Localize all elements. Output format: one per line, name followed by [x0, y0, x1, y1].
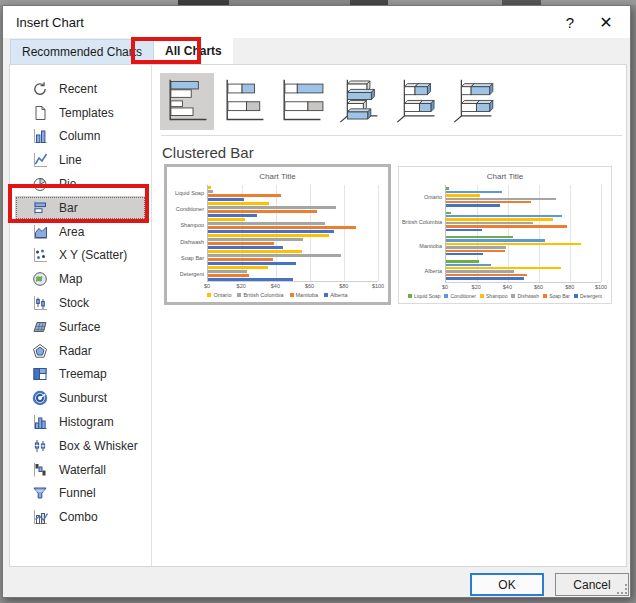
chart-type-sidebar: RecentTemplatesColumnLinePieBarAreaX Y (… [10, 65, 152, 566]
sidebar-item-waterfall[interactable]: Waterfall [10, 458, 151, 482]
bar-cluster [208, 233, 378, 249]
sidebar-item-stock[interactable]: Stock [10, 291, 151, 315]
subtype-thumbnail-clustered-bar-3d[interactable] [331, 73, 385, 130]
gridline [601, 185, 602, 282]
legend-label: Soap Bar [549, 293, 570, 299]
resize-grip[interactable] [617, 584, 628, 595]
sidebar-item-area[interactable]: Area [10, 220, 151, 244]
subtype-thumbnail-stacked-bar-3d[interactable] [388, 73, 442, 130]
chart-bar [208, 202, 269, 205]
sidebar-item-treemap[interactable]: Treemap [10, 363, 151, 387]
preview-chart-primary[interactable]: Chart TitleLiquid SoapConditionerShampoo… [164, 164, 391, 305]
legend-item: British Columbia [237, 292, 283, 298]
chart-bar [446, 277, 524, 279]
sidebar-item-label: Line [59, 153, 82, 167]
sidebar-item-column[interactable]: Column [10, 125, 151, 149]
sidebar-item-combo[interactable]: Combo [10, 505, 151, 529]
line-icon [31, 152, 48, 169]
legend-label: Liquid Soap [414, 293, 440, 299]
clustered-bar-icon [164, 77, 210, 127]
subtype-heading: Clustered Bar [162, 144, 254, 161]
chart-bar [446, 191, 502, 193]
chart-bar [208, 234, 329, 237]
value-axis: $0$20$40$60$80$100 [445, 283, 601, 292]
legend-swatch [290, 293, 294, 297]
category-label: Ontario [399, 185, 445, 210]
subtype-thumbnail-clustered-bar[interactable] [160, 73, 214, 130]
sidebar-item-surface[interactable]: Surface [10, 315, 151, 339]
subtype-thumbnail-stacked-bar-100[interactable] [274, 73, 328, 130]
tab-all-charts[interactable]: All Charts [154, 38, 233, 64]
tab-recommended-charts[interactable]: Recommended Charts [10, 39, 154, 64]
axis-tick-label: $60 [305, 283, 314, 289]
sidebar-item-histogram[interactable]: Histogram [10, 410, 151, 434]
sidebar-item-line[interactable]: Line [10, 148, 151, 172]
category-label: Dishwash [167, 234, 207, 250]
chart-bar [446, 270, 514, 272]
chart-bar [208, 250, 302, 253]
legend-swatch [543, 294, 547, 298]
legend-swatch [574, 294, 578, 298]
chart-bar [446, 187, 449, 189]
plot-grid [445, 185, 601, 283]
sidebar-item-label: Area [59, 225, 84, 239]
stacked-bar-100-3d-icon [449, 77, 495, 127]
plot-grid [207, 185, 378, 282]
close-icon[interactable]: ✕ [588, 6, 624, 38]
chart-bar [446, 243, 581, 245]
combo-icon [31, 509, 48, 526]
sidebar-item-pie[interactable]: Pie [10, 172, 151, 196]
legend-label: Shampoo [486, 293, 507, 299]
sidebar-item-box-whisker[interactable]: Box & Whisker [10, 434, 151, 458]
sidebar-item-templates[interactable]: Templates [10, 101, 151, 125]
sidebar-item-label: Templates [59, 106, 114, 120]
value-axis: $0$20$40$60$80$100 [207, 282, 378, 291]
legend-item: Dishwash [511, 293, 539, 299]
histogram-icon [31, 414, 48, 431]
chart-title: Chart Title [167, 167, 388, 185]
subtype-thumbnail-stacked-bar[interactable] [217, 73, 271, 130]
chart-title: Chart Title [399, 167, 611, 185]
tab-label: All Charts [165, 44, 222, 58]
ok-button[interactable]: OK [470, 573, 544, 596]
chart-bar [208, 210, 317, 213]
axis-tick-label: $40 [271, 283, 280, 289]
sidebar-item-label: Pie [59, 177, 76, 191]
chart-bar [446, 201, 531, 203]
sidebar-item-radar[interactable]: Radar [10, 339, 151, 363]
legend-item: Alberta [324, 292, 347, 298]
sidebar-item-x-y-scatter[interactable]: X Y (Scatter) [10, 244, 151, 268]
chart-legend: Liquid SoapConditionerShampooDishwashSoa… [399, 292, 611, 303]
chart-bar [446, 253, 483, 255]
chart-bar [208, 226, 356, 229]
chart-bar [208, 274, 249, 277]
recent-icon [31, 80, 48, 97]
preview-chart-secondary[interactable]: Chart TitleOntarioBritish ColumbiaManito… [398, 166, 612, 304]
chart-bar [446, 246, 506, 248]
subtype-thumbnail-stacked-bar-100-3d[interactable] [445, 73, 499, 130]
sidebar-item-sunburst[interactable]: Sunburst [10, 386, 151, 410]
sidebar-item-label: Stock [59, 296, 89, 310]
legend-item: Shampoo [480, 293, 507, 299]
chart-bar [446, 215, 562, 217]
legend-swatch [444, 294, 448, 298]
axis-tick-label: $80 [339, 283, 348, 289]
chart-bar [446, 204, 500, 206]
screen: Insert Chart ? ✕ Recommended Charts All … [0, 0, 636, 603]
help-icon[interactable]: ? [552, 6, 588, 38]
surface-icon [31, 318, 48, 335]
tab-strip: Recommended Charts All Charts [3, 38, 630, 64]
templates-icon [31, 104, 48, 121]
axis-tick-label: $100 [372, 283, 384, 289]
legend-item: Ontario [207, 292, 231, 298]
legend-item: Conditioner [444, 293, 476, 299]
legend-swatch [324, 293, 328, 297]
column-icon [31, 128, 48, 145]
sidebar-item-map[interactable]: Map [10, 267, 151, 291]
legend-item: Detergent [574, 293, 602, 299]
insert-chart-dialog: Insert Chart ? ✕ Recommended Charts All … [2, 5, 631, 598]
sidebar-item-funnel[interactable]: Funnel [10, 482, 151, 506]
sidebar-item-recent[interactable]: Recent [10, 77, 151, 101]
sidebar-item-bar[interactable]: Bar [15, 196, 146, 220]
bar-cluster [446, 209, 601, 233]
